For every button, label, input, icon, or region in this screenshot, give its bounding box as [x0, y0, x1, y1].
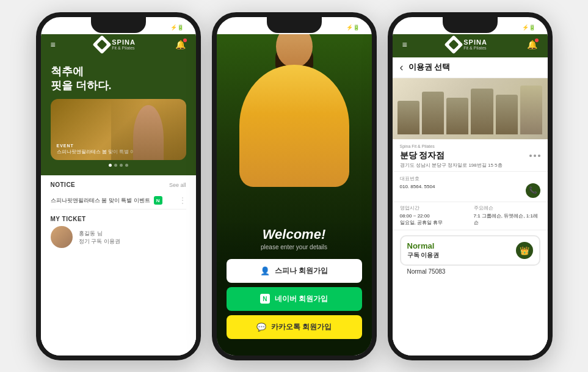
equipment-2 [422, 92, 444, 134]
hero-dot-1[interactable] [109, 164, 112, 167]
dot-2 [534, 155, 536, 157]
person-icon: 👤 [260, 266, 270, 275]
phone3-header: ≡ SPINA Fit & Pilates 🔔 [393, 34, 548, 57]
ticket-type: 정기 구독 이용권 [79, 238, 120, 246]
bell-icon-3[interactable]: 🔔 [527, 40, 537, 49]
phone-3: 6:06 ▌▌▌ LTE ⚡🔋 ≡ SPINA Fit & Pilates [388, 12, 553, 360]
back-button[interactable]: ‹ [400, 61, 404, 74]
battery-icon-1: ⚡🔋 [170, 24, 184, 31]
page-title: 이용권 선택 [408, 62, 451, 73]
logo-area-1: SPINA Fit & Pilates [95, 38, 136, 51]
phone2-bottom: Welcome! please enter your details 👤 스피나… [217, 227, 372, 356]
status-bar-3: 6:06 ▌▌▌ LTE ⚡🔋 [393, 17, 548, 34]
hours-lessons-row: 영업시간 08:00 ~ 22:00 일요일, 공휴일 휴무 주요레슨 7:1 … [393, 202, 548, 230]
branch-meta: Spina Fit & Pilates [400, 144, 540, 148]
person-body-upper [239, 65, 349, 187]
n-badge-notice: N [154, 196, 162, 205]
branch-more-dots[interactable] [529, 155, 540, 157]
see-all-link[interactable]: See all [169, 182, 186, 188]
hero-image-card[interactable]: EVENT 스피나핏앤필라테스 봄 맞이 특별 이벤트 [51, 99, 186, 160]
hero-dot-4[interactable] [125, 164, 128, 167]
time-3: 6:06 [405, 24, 418, 31]
lessons-label: 주요레슨 [474, 205, 540, 211]
hero-person-silhouette [133, 105, 164, 160]
ticket-card[interactable]: Normal 구독 이용권 👑 [400, 235, 540, 266]
hours-section: 영업시간 08:00 ~ 22:00 일요일, 공휴일 휴무 [400, 205, 466, 226]
phone3-body: Spina Fit & Pilates 분당 정자점 경기도 성남시 분당구 정… [393, 139, 548, 356]
battery-icon-3: ⚡🔋 [522, 24, 535, 31]
hamburger-icon-3[interactable]: ≡ [402, 40, 407, 49]
notice-more-icon[interactable]: ⋮ [179, 196, 186, 205]
branch-name: 분당 정자점 [400, 150, 445, 161]
logo-diamond-3 [445, 35, 463, 54]
logo-spina-1: SPINA [112, 39, 136, 46]
phone-2: 6:06 ▌▌▌ LTE ⚡🔋 [212, 12, 377, 360]
ticket-type-label: Normal [407, 241, 440, 250]
hero-image-person [111, 99, 186, 160]
gym-image [393, 78, 548, 139]
hero-title-1: 척추에 핏을 더하다. [51, 65, 186, 93]
naver-signup-button[interactable]: N 네이버 회원가입 [227, 287, 362, 311]
time-2: 6:06 [229, 24, 242, 31]
status-icons-1: ▌▌▌ LTE ⚡🔋 [145, 24, 183, 31]
hero-dot-3[interactable] [120, 164, 123, 167]
ticket-name-label: 구독 이용권 [407, 251, 440, 260]
notice-item-text: 스피나핏앤필라테스 봄 맞이 특별 이벤트 [51, 197, 150, 205]
phone1-header: ≡ SPINA Fit & Pilates 🔔 [41, 34, 196, 57]
hero-dots [51, 164, 186, 167]
kakao-signup-button[interactable]: 💬 카카오톡 회원가입 [227, 315, 362, 339]
branch-details: 대표번호 010. 8564. 5504 📞 [393, 172, 548, 202]
phone1-hero: 척추에 핏을 더하다. EVENT 스피나핏앤필라테스 봄 맞이 특별 이벤트 [41, 57, 196, 176]
phone-row: 010. 8564. 5504 📞 [400, 183, 540, 198]
battery-icon-2: ⚡🔋 [346, 24, 360, 31]
naver-n-badge: N [260, 294, 270, 304]
hero-dot-2[interactable] [114, 164, 117, 167]
gym-equipment [393, 78, 548, 139]
ticket-item: 홍길동 님 정기 구독 이용권 [51, 226, 186, 248]
ticket-info: 홍길동 님 정기 구독 이용권 [79, 229, 120, 246]
spina-signup-button[interactable]: 👤 스피나 회원가입 [227, 259, 362, 283]
ticket-avatar [51, 226, 73, 248]
phone-1: 6:06 ▌▌▌ LTE ⚡🔋 ≡ SPINA Fit & Pilates [36, 12, 201, 360]
branch-name-row: 분당 정자점 [400, 150, 540, 161]
status-bar-2: 6:06 ▌▌▌ LTE ⚡🔋 [217, 17, 372, 34]
phones-container: 6:06 ▌▌▌ LTE ⚡🔋 ≡ SPINA Fit & Pilates [0, 0, 588, 372]
status-icons-2: ▌▌▌ LTE ⚡🔋 [321, 24, 359, 31]
signal-icon-2: ▌▌▌ [321, 24, 332, 31]
hours-label: 영업시간 [400, 205, 466, 211]
dot-1 [529, 155, 532, 157]
signal-icon-3: ▌▌▌ [496, 24, 508, 31]
phone2-content: Welcome! please enter your details 👤 스피나… [217, 34, 372, 356]
status-icons-3: ▌▌▌ LTE ⚡🔋 [496, 24, 535, 31]
branch-address: 경기도 성남시 분당구 정자일로 198번길 15 5층 [400, 162, 540, 169]
ticket-number: Normal 75083 [400, 266, 540, 280]
kakao-icon: 💬 [256, 323, 266, 332]
equipment-3 [446, 98, 468, 134]
equipment-4 [471, 89, 493, 134]
phone3-content: ≡ SPINA Fit & Pilates 🔔 ‹ [393, 34, 548, 356]
phone1-content: ≡ SPINA Fit & Pilates 🔔 [41, 34, 196, 356]
network-icon-3: LTE [510, 24, 520, 31]
my-ticket-title: MY TICKET [51, 216, 186, 222]
hours-value-2: 일요일, 공휴일 휴무 [400, 219, 466, 226]
logo-diamond-inner-1 [97, 39, 107, 49]
call-button[interactable]: 📞 [526, 183, 540, 198]
bell-icon-1[interactable]: 🔔 [175, 40, 186, 49]
dot-3 [538, 155, 540, 157]
logo-area-3: SPINA Fit & Pilates [447, 38, 487, 51]
page-title-bar: ‹ 이용권 선택 [393, 57, 548, 78]
bell-dot-1 [183, 38, 187, 42]
hamburger-icon[interactable]: ≡ [51, 40, 56, 49]
equipment-1 [397, 101, 419, 134]
branch-header: Spina Fit & Pilates 분당 정자점 경기도 성남시 분당구 정… [393, 139, 548, 172]
phone2-person [239, 46, 349, 217]
logo-text-3: SPINA Fit & Pilates [463, 39, 487, 50]
logo-diamond-1 [93, 35, 112, 54]
network-icon-2: LTE [334, 24, 344, 31]
welcome-sub: please enter your details [227, 244, 362, 250]
logo-text-1: SPINA Fit & Pilates [112, 39, 136, 50]
contact-section: 대표번호 010. 8564. 5504 📞 [400, 175, 540, 198]
hours-value-1: 08:00 ~ 22:00 [400, 213, 466, 219]
notice-title: NOTICE [51, 181, 76, 188]
contact-label: 대표번호 [400, 175, 540, 182]
